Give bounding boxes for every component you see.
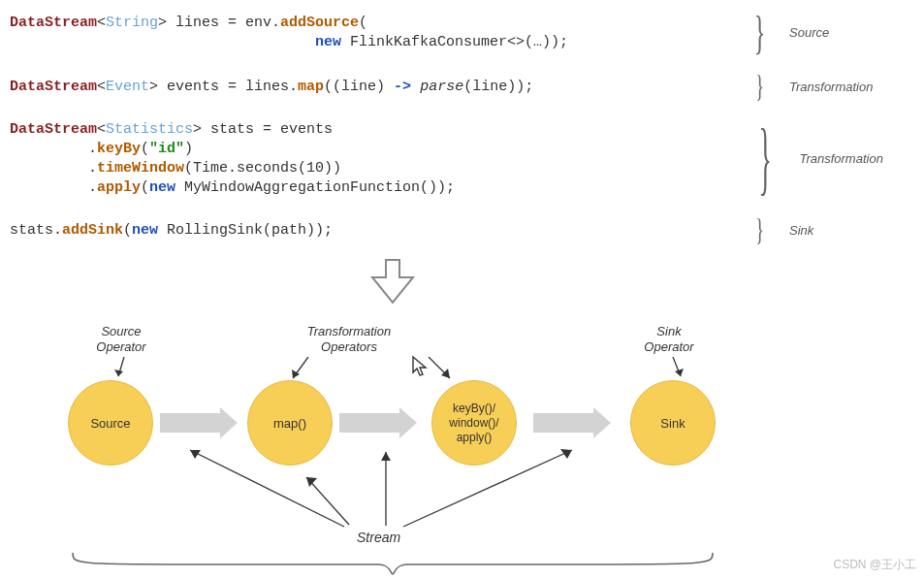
pointer-arrow: [114, 357, 134, 382]
code-sink: stats.addSink(new RollingSink(path));: [10, 221, 747, 241]
stream-arrow: [301, 471, 359, 530]
pointer-arrow: [427, 357, 456, 384]
label-source-operator: SourceOperator: [82, 324, 160, 355]
diagram: SourceOperator TransformationOperators S…: [10, 258, 914, 578]
svg-line-14: [403, 450, 572, 527]
flow-arrow: [533, 413, 593, 433]
label-stream: Stream: [357, 530, 400, 545]
bottom-brace: [68, 551, 717, 576]
code-block-transform2: DataStream<Statistics> stats = events .k…: [10, 114, 914, 203]
pointer-arrow: [669, 357, 688, 382]
section-label-source: Source: [774, 25, 914, 40]
label-sink-operator: SinkOperator: [630, 324, 708, 355]
section-label-transform1: Transformation: [774, 80, 914, 94]
svg-marker-1: [114, 370, 123, 376]
node-source: Source: [68, 380, 153, 466]
code-area: DataStream<String> lines = env.addSource…: [10, 6, 914, 248]
node-sink: Sink: [630, 380, 716, 466]
label-transform-operators: TransformationOperators: [291, 324, 407, 355]
svg-marker-7: [675, 369, 684, 376]
svg-marker-11: [306, 477, 317, 487]
stream-arrow: [398, 444, 582, 531]
section-label-transform2: Transformation: [783, 151, 914, 166]
down-arrow-icon: [368, 258, 417, 305]
code-keyby: DataStream<Statistics> stats = events .k…: [10, 120, 747, 198]
code-block-source: DataStream<String> lines = env.addSource…: [10, 6, 914, 59]
code-block-sink: stats.addSink(new RollingSink(path)); } …: [10, 212, 914, 248]
code-source: DataStream<String> lines = env.addSource…: [10, 14, 747, 52]
flow-arrow: [339, 413, 399, 433]
cursor-icon: [411, 355, 429, 378]
section-label-sink: Sink: [774, 223, 914, 238]
code-block-transform1: DataStream<Event> events = lines.map((li…: [10, 69, 914, 105]
svg-marker-13: [381, 452, 391, 461]
code-map: DataStream<Event> events = lines.map((li…: [10, 78, 747, 97]
svg-line-10: [306, 477, 349, 525]
watermark: CSDN @王小工: [833, 557, 916, 573]
flow-arrow: [160, 413, 220, 433]
